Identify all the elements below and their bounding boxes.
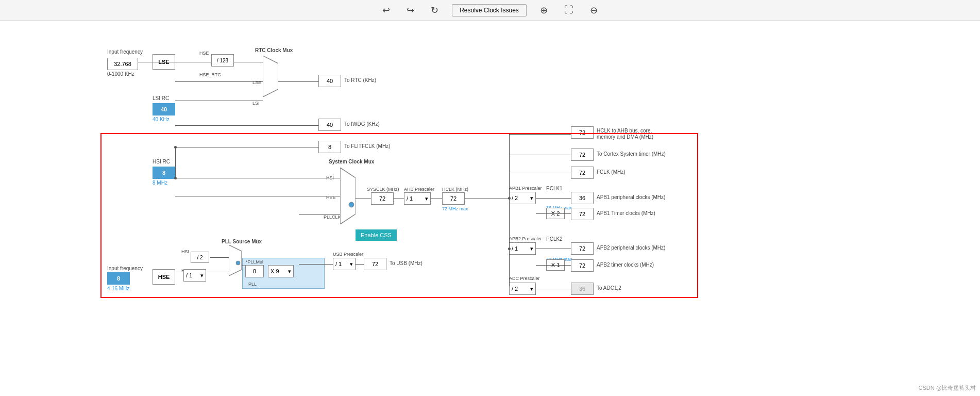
rtc-clock-mux-label: RTC Clock Mux	[255, 47, 293, 53]
hclk-label: HCLK (MHz)	[442, 187, 468, 192]
zoom-out-button[interactable]: ⊖	[587, 3, 601, 18]
apb2-div-select[interactable]: / 1 ▾	[509, 242, 536, 255]
line-div128-mux	[234, 62, 263, 62]
dot-hsi-bottom	[174, 177, 177, 179]
pclk1-label: PCLK1	[546, 186, 563, 191]
redo-button[interactable]: ↪	[403, 3, 417, 18]
sysclk-label: SYSCLK (MHz)	[367, 187, 399, 192]
line-apb1-peripheral	[536, 198, 571, 199]
line-hclk-top-out	[509, 134, 571, 135]
refresh-button[interactable]: ↻	[428, 3, 442, 18]
line-to-iwdg	[175, 125, 318, 126]
pll-mux-shape	[229, 245, 242, 276]
toolbar: ↩ ↪ ↻ Resolve Clock Issues ⊕ ⛶ ⊖	[0, 0, 980, 21]
hse-value-box: 8	[107, 272, 130, 285]
to-iwdg-value: 40	[318, 119, 341, 131]
adc-prescaler-label: ADC Prescaler	[509, 276, 540, 281]
system-clock-mux-label: System Clock Mux	[329, 159, 374, 164]
usb-output-value: 72	[364, 258, 386, 270]
pllmul-x9-select[interactable]: X 9 ▾	[268, 265, 294, 277]
apb1-timer-value: 72	[571, 208, 594, 220]
lse-input-box[interactable]: 32.768	[107, 58, 138, 70]
usb-div-value: / 1	[335, 261, 342, 267]
line-apb1-timer	[536, 213, 571, 214]
enable-css-button[interactable]: Enable CSS	[356, 229, 397, 241]
line-usb-prescaler	[299, 264, 333, 265]
pllmul-label: *PLLMul	[246, 259, 263, 265]
pllclk-mux-label: PLLCLK	[324, 214, 341, 220]
apb2-timer-label: APB2 timer clocks (MHz)	[597, 262, 654, 268]
dot-hsi-junction	[174, 146, 177, 148]
adc-div-select[interactable]: / 2 ▾	[509, 283, 536, 295]
line-sysclk-ahb	[394, 199, 404, 199]
zoom-in-button[interactable]: ⊕	[537, 3, 551, 18]
svg-point-4	[236, 261, 240, 265]
div2-box[interactable]: / 2	[191, 252, 209, 263]
apb2-div-chevron: ▾	[530, 245, 533, 252]
adc-div-value: / 2	[512, 286, 518, 292]
line-hclk-vertical	[509, 134, 510, 286]
hse-block: HSE	[153, 269, 175, 285]
adc-label: To ADC1,2	[597, 285, 621, 291]
fullscreen-button[interactable]: ⛶	[561, 3, 577, 18]
line-div2-mux	[210, 257, 229, 258]
dot-hclk-apb1	[508, 197, 511, 200]
line-mux-pll	[242, 266, 245, 266]
line-lse-div128	[138, 62, 211, 62]
div128-box[interactable]: / 128	[211, 54, 234, 67]
line-lse-mux	[175, 81, 263, 82]
adc-value: 36	[571, 283, 594, 295]
apb2-div-value: / 1	[512, 245, 518, 252]
hclk-top-label2: memory and DMA (MHz)	[597, 134, 653, 140]
ahb-div-select[interactable]: / 1 ▾	[404, 192, 431, 205]
line-fclk-out	[509, 173, 571, 173]
clock-diagram-canvas: Input frequency 32.768 0-1000 KHz LSE LS…	[0, 21, 980, 396]
line-hsi-flitfclk	[175, 147, 318, 147]
hse-pll-div-value: / 1	[186, 272, 192, 278]
line-pll-sysclk	[325, 214, 340, 214]
cortex-label: To Cortex System timer (MHz)	[597, 151, 666, 157]
ahb-div-value: / 1	[407, 195, 413, 202]
to-iwdg-label: To IWDG (KHz)	[344, 121, 380, 127]
input-freq-top-label: Input frequency	[107, 49, 143, 55]
line-hse-sysclk-mux	[175, 196, 340, 196]
usb-div-select[interactable]: / 1 ▾	[333, 258, 356, 270]
lsi-khz-label: 40 KHz	[153, 117, 170, 122]
line-apb2-peripheral	[536, 249, 571, 249]
line-hsi-mux	[175, 178, 340, 178]
ahb-prescaler-label: AHB Prescaler	[404, 187, 434, 192]
apb1-peripheral-label: APB1 peripheral clocks (MHz)	[597, 194, 665, 200]
hclk-top-value: 72	[571, 126, 594, 139]
hsi-pll-label: HSI	[181, 249, 189, 254]
line-usb-out	[356, 264, 364, 265]
to-rtc-label: To RTC (KHz)	[344, 77, 376, 83]
svg-point-2	[349, 202, 354, 207]
hse-pll-div-select[interactable]: / 1 ▾	[183, 269, 206, 282]
line-adc	[536, 289, 571, 289]
line-cortex-out	[509, 155, 571, 155]
line-lsi-mux	[175, 101, 263, 101]
pll-source-mux-label: PLL Source Mux	[222, 239, 262, 244]
fclk-label: FCLK (MHz)	[597, 169, 626, 175]
line-hse-div1	[206, 272, 229, 272]
apb2-peripheral-value: 72	[571, 242, 594, 255]
line-hsi-vertical	[175, 147, 176, 178]
pclk2-label: PCLK2	[546, 236, 563, 242]
input-freq-bottom-label: Input frequency	[107, 266, 143, 271]
dot-hclk-apb2	[508, 248, 511, 250]
to-rtc-value: 40	[318, 75, 341, 87]
line-hclk-split	[465, 199, 509, 199]
rtc-mux-shape	[263, 56, 278, 97]
hsi-rc-label: HSI RC	[153, 159, 170, 164]
undo-button[interactable]: ↩	[379, 3, 393, 18]
line-apb2-timer	[536, 265, 571, 266]
lsi-line-label: LSI	[252, 101, 260, 106]
resolve-clock-button[interactable]: Resolve Clock Issues	[452, 4, 527, 16]
lse-line-label: LSE	[252, 80, 261, 85]
apb2-timer-value: 72	[571, 259, 594, 272]
cortex-value: 72	[571, 148, 594, 161]
apb1-div-select[interactable]: / 2 ▾	[509, 192, 536, 204]
hsi-value-box: 8	[153, 167, 175, 179]
lse-range-label: 0-1000 KHz	[107, 71, 134, 77]
apb1-peripheral-value: 36	[571, 192, 594, 204]
